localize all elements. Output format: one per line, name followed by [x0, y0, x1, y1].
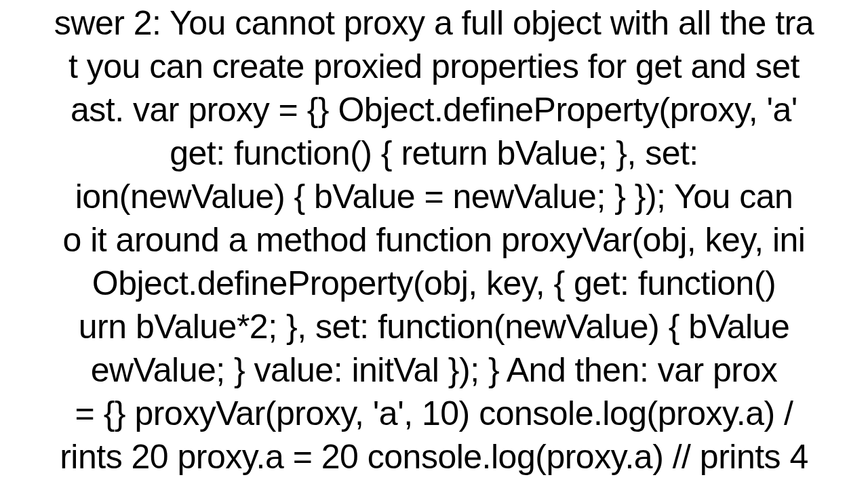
- answer-body-text: swer 2: You cannot proxy a full object w…: [54, 4, 814, 476]
- answer-text-block: swer 2: You cannot proxy a full object w…: [0, 1, 868, 479]
- document-page: swer 2: You cannot proxy a full object w…: [0, 0, 868, 488]
